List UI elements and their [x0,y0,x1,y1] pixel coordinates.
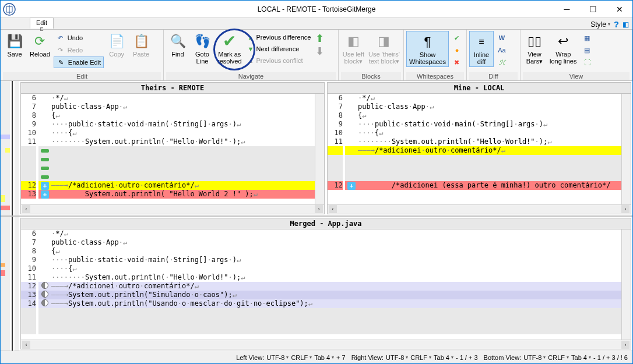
right-eol-dropdown[interactable]: CRLF [410,354,431,361]
prev-conflict-button[interactable]: ▲Previous conflict [245,55,314,66]
expand-icon: ⛶ [582,58,592,67]
block-theirs-icon: ◨ [375,32,393,51]
arrow-down-icon: ▼ [248,45,254,52]
bottom-tab-dropdown[interactable]: Tab 4 [571,354,591,361]
group-label-edit: Edit [3,72,161,80]
redo-button[interactable]: ↷Redo [54,44,104,56]
diff-opt2-button[interactable]: Aa [495,44,509,56]
right-tab-dropdown[interactable]: Tab 4 [434,354,453,361]
paste-icon: 📋 [132,32,150,51]
reload-button[interactable]: ⟳ Reload [27,31,52,59]
save-button[interactable]: 💾 Save [3,31,26,59]
next-diff-button[interactable]: ▼Next difference [245,44,314,54]
diff-opt1-button[interactable]: W [495,32,509,44]
left-tab-dropdown[interactable]: Tab 4 [314,354,334,361]
tab-edit[interactable]: Edit E [30,17,54,29]
goto-icon: 👣 [193,32,212,51]
script-icon: ℋ [497,58,507,67]
wrap-icon: ↩ [554,32,572,51]
wrap-lines-button[interactable]: ↩ Wrap long lines [547,31,579,66]
view-opt1-button[interactable]: ▦ [580,32,594,44]
style-dropdown[interactable]: Style [590,20,610,29]
merged-code[interactable]: 67891011121314 ·*/↵public·class·App·↵{↵·… [21,229,631,340]
group-label-whitespaces: Whitespaces [406,72,464,80]
group-label-navigate: Navigate [166,72,336,80]
edit-icon: ✎ [57,58,66,67]
help-icon[interactable]: ? [614,19,619,29]
left-enc-dropdown[interactable]: UTF-8 [266,354,289,361]
nav-down-icon[interactable]: ⬇ [315,45,324,58]
overview-gutter-merged[interactable] [1,217,19,351]
find-button[interactable]: 🔍 Find [166,31,189,59]
w-icon: W [497,33,507,43]
left-view-label: Left View: [236,354,264,361]
theirs-vscroll[interactable] [315,94,324,204]
reload-icon: ⟳ [30,32,49,51]
inline-diff-button[interactable]: ≡ Inline diff [469,31,494,67]
mine-vscroll[interactable] [621,94,631,204]
minimize-button[interactable]: ─ [554,1,580,17]
undo-button[interactable]: ↶Undo [54,32,104,44]
theirs-header: Theirs - REMOTE [21,83,324,94]
right-diff-count: - 1 / + 3 [456,354,478,361]
ws-option2-button[interactable]: ● [450,44,464,56]
mine-code[interactable]: 6789101112 + ·*/↵public·class·App·↵{↵···… [328,94,631,204]
left-eol-dropdown[interactable]: CRLF [291,354,312,361]
copy-button[interactable]: 📄 Copy [105,31,128,59]
paste-button[interactable]: 📋 Paste [129,31,153,59]
find-icon: 🔍 [168,32,187,51]
ws-option3-button[interactable]: ✖ [450,56,464,68]
view-bars-button[interactable]: ▯▯ View Bars▾ [523,31,546,66]
inline-diff-icon: ≡ [472,33,491,51]
bottom-diff-count: - 1 / + 3 / ! 6 [593,354,628,361]
right-enc-dropdown[interactable]: UTF-8 [386,354,408,361]
bars-icon: ▯▯ [525,32,544,51]
merged-pane: Merged - App.java 67891011121314 ·*/↵pub… [20,218,631,350]
theirs-hscroll[interactable]: ‹› [21,204,324,214]
copy-icon: 📄 [107,32,126,51]
ws-option1-button[interactable]: ✔ [450,32,464,44]
left-diff-count: + 7 [336,354,346,361]
close-button[interactable]: ✕ [606,1,632,17]
app-icon [1,1,18,18]
arrow-up-icon: ▲ [248,34,254,41]
mine-hscroll[interactable]: ‹› [328,204,631,214]
theirs-code[interactable]: 678910111213 ++ ·*/↵public·class·App·↵{↵… [21,94,324,204]
check-small-icon: ✔ [452,33,462,43]
mine-pane: Mine - LOCAL 6789101112 + ·*/↵public·cla… [327,82,631,214]
layout2-icon: ▤ [582,45,592,55]
show-whitespaces-button[interactable]: ¶ Show Whitespaces [406,31,449,67]
bottom-enc-dropdown[interactable]: UTF-8 [523,354,546,361]
save-icon: 💾 [5,32,24,51]
group-label-diff: Diff [469,72,518,80]
dot-icon: ● [452,45,462,55]
bottom-eol-dropdown[interactable]: CRLF [548,354,569,361]
merged-vscroll[interactable] [621,229,631,340]
diff-opt3-button[interactable]: ℋ [495,56,509,68]
group-label-blocks: Blocks [341,72,401,80]
right-view-label: Right View: [351,354,384,361]
nav-up-icon[interactable]: ⬆ [315,32,324,45]
pilcrow-icon: ¶ [418,33,437,51]
goto-line-button[interactable]: 👣 Goto Line [191,31,214,66]
prev-diff-button[interactable]: ▲Previous difference [245,32,314,43]
sidebar-toggle-icon[interactable]: ◧ [623,20,629,29]
ribbon-tabstrip: Edit E [1,18,632,30]
merged-header: Merged - App.java [21,218,631,229]
undo-icon: ↶ [56,33,65,43]
mark-resolved-button[interactable]: ✔ Mark as resolved [215,31,244,66]
maximize-button[interactable]: ☐ [580,1,606,17]
window-title: LOCAL - REMOTE - TortoiseGitMerge [258,5,376,13]
titlebar: LOCAL - REMOTE - TortoiseGitMerge ─ ☐ ✕ [1,1,632,18]
redo-icon: ↷ [56,45,65,55]
enable-edit-button[interactable]: ✎Enable Edit [54,56,104,68]
aa-icon: Aa [497,45,507,55]
use-theirs-button[interactable]: ◨ Use 'theirs' text block▾ [367,31,401,66]
view-opt2-button[interactable]: ▤ [580,44,594,56]
mine-header: Mine - LOCAL [328,83,631,94]
use-left-button[interactable]: ◧ Use left block▾ [341,31,366,66]
merged-hscroll[interactable]: ‹› [21,340,631,349]
layout1-icon: ▦ [582,33,592,43]
view-opt3-button[interactable]: ⛶ [580,56,594,68]
overview-gutter-left[interactable] [1,81,19,215]
